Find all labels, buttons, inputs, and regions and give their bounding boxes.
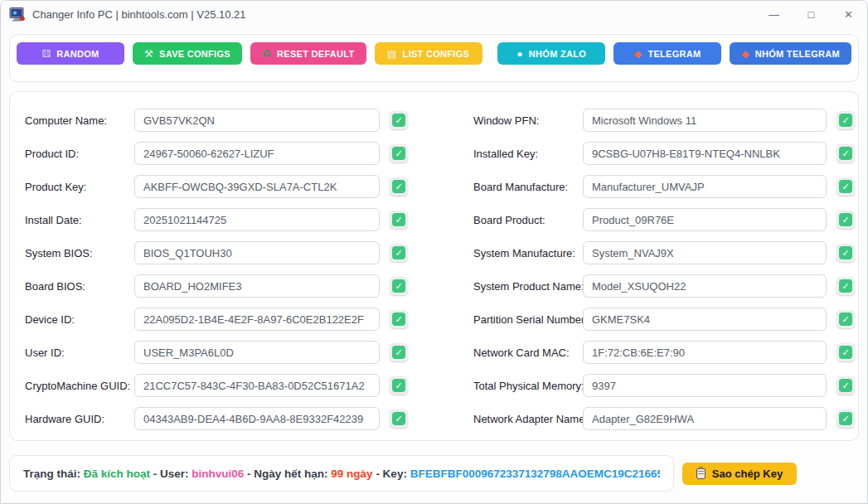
toolbar-button-list-configs[interactable]: ▤LIST CONFIGS	[375, 42, 482, 65]
field-input[interactable]	[583, 109, 827, 132]
field-checkbox[interactable]: ✓	[836, 277, 855, 295]
field-checkbox[interactable]: ✓	[836, 376, 855, 395]
checkmark-icon: ✓	[392, 213, 405, 226]
status-segment: - User:	[150, 468, 192, 480]
field-input[interactable]	[134, 142, 380, 165]
field-input[interactable]	[583, 208, 827, 231]
circle-icon: ●	[516, 49, 523, 59]
status-row: Trạng thái: Đã kích hoạt - User: binhvui…	[9, 455, 859, 492]
checkmark-icon: ✓	[392, 114, 405, 127]
toolbar-button-save-configs[interactable]: ⚒SAVE CONFIGS	[133, 42, 242, 65]
field-row: Board Product:✓	[473, 208, 855, 231]
field-row: System Manufacture:✓	[473, 241, 855, 264]
toolbar: ⚄RANDOM⚒SAVE CONFIGS♻RESET DEFAULT▤LIST …	[9, 34, 859, 82]
field-input[interactable]	[134, 374, 380, 397]
field-input[interactable]	[134, 407, 380, 430]
checkmark-icon: ✓	[839, 246, 852, 259]
field-input[interactable]	[134, 241, 380, 264]
field-checkbox[interactable]: ✓	[390, 111, 408, 129]
field-label: Network Adapter Name:	[473, 413, 583, 425]
status-segment: binhvui06	[192, 468, 244, 480]
field-checkbox[interactable]: ✓	[390, 343, 408, 361]
field-row: System Product Name:✓	[473, 274, 855, 298]
field-label: System Manufacture:	[473, 247, 583, 259]
field-checkbox[interactable]: ✓	[836, 177, 855, 196]
field-checkbox[interactable]: ✓	[836, 244, 855, 262]
field-label: User ID:	[25, 346, 134, 359]
copy-key-button[interactable]: Sao chép Key	[682, 463, 797, 485]
field-checkbox[interactable]: ✓	[836, 144, 855, 162]
notebook-icon: ▤	[387, 49, 397, 59]
field-input[interactable]	[583, 341, 827, 364]
field-row: Board BIOS:✓	[25, 274, 408, 298]
field-row: Computer Name:✓	[25, 109, 408, 132]
field-input[interactable]	[583, 241, 827, 264]
checkmark-icon: ✓	[392, 180, 405, 193]
clipboard-icon	[696, 468, 706, 479]
minimize-button[interactable]: —	[755, 1, 793, 27]
field-label: Window PFN:	[473, 114, 583, 127]
status-text: Trạng thái: Đã kích hoạt - User: binhvui…	[23, 468, 660, 480]
field-input[interactable]	[583, 407, 827, 430]
field-checkbox[interactable]: ✓	[390, 277, 408, 295]
field-label: Product ID:	[25, 148, 134, 160]
checkmark-icon: ✓	[392, 246, 405, 259]
field-checkbox[interactable]: ✓	[390, 244, 408, 262]
field-checkbox[interactable]: ✓	[390, 177, 408, 196]
checkmark-icon: ✓	[839, 114, 852, 127]
field-label: Partition Serial Number:	[473, 313, 583, 326]
status-segment: Trạng thái:	[23, 468, 84, 480]
close-button[interactable]: ✕	[830, 1, 867, 27]
field-input[interactable]	[134, 175, 380, 198]
toolbar-button-telegram[interactable]: ◆TELEGRAM	[613, 42, 721, 65]
field-input[interactable]	[134, 274, 380, 298]
toolbar-button-label: TELEGRAM	[647, 49, 701, 59]
field-checkbox[interactable]: ✓	[836, 211, 855, 229]
field-input[interactable]	[134, 341, 380, 364]
field-checkbox[interactable]: ✓	[390, 376, 408, 395]
field-input[interactable]	[134, 308, 380, 331]
field-input[interactable]	[583, 374, 827, 397]
toolbar-button-reset-default[interactable]: ♻RESET DEFAULT	[250, 42, 366, 65]
form-column-left: Computer Name:✓Product ID:✓Product Key:✓…	[25, 109, 408, 440]
field-row: Product ID:✓	[25, 142, 408, 165]
checkmark-icon: ✓	[839, 346, 852, 359]
status-card: Trạng thái: Đã kích hoạt - User: binhvui…	[9, 455, 674, 492]
toolbar-button-nhom-telegram[interactable]: ◆NHÓM TELEGRAM	[730, 42, 851, 65]
field-input[interactable]	[134, 208, 380, 231]
field-row: Network Card MAC:✓	[473, 341, 855, 364]
toolbar-button-random[interactable]: ⚄RANDOM	[17, 42, 124, 65]
checkmark-icon: ✓	[392, 412, 405, 425]
form-card: Computer Name:✓Product ID:✓Product Key:✓…	[9, 91, 859, 441]
field-input[interactable]	[583, 308, 827, 331]
checkmark-icon: ✓	[392, 313, 405, 326]
field-label: System Product Name:	[473, 280, 583, 293]
titlebar: Changer Info PC | binhtools.com | V25.10…	[1, 1, 867, 27]
window-controls: — □ ✕	[755, 1, 867, 27]
field-checkbox[interactable]: ✓	[836, 111, 855, 129]
toolbar-button-label: SAVE CONFIGS	[159, 49, 230, 59]
field-checkbox[interactable]: ✓	[390, 211, 408, 229]
field-input[interactable]	[583, 175, 827, 198]
field-checkbox[interactable]: ✓	[836, 343, 855, 361]
checkmark-icon: ✓	[839, 147, 852, 160]
dice-icon: ⚄	[41, 49, 51, 59]
field-checkbox[interactable]: ✓	[836, 410, 855, 428]
field-label: Computer Name:	[25, 114, 134, 127]
toolbar-button-nhom-zalo[interactable]: ●NHÓM ZALO	[497, 42, 605, 65]
field-label: Product Key:	[25, 181, 134, 193]
checkmark-icon: ✓	[839, 180, 852, 193]
field-input[interactable]	[134, 109, 380, 132]
field-checkbox[interactable]: ✓	[836, 310, 855, 328]
field-checkbox[interactable]: ✓	[390, 144, 408, 162]
diamond-icon: ◆	[634, 49, 643, 59]
field-checkbox[interactable]: ✓	[390, 310, 408, 328]
field-checkbox[interactable]: ✓	[390, 410, 408, 428]
checkmark-icon: ✓	[392, 279, 405, 293]
field-label: Install Date:	[25, 214, 134, 226]
field-label: Hardware GUID:	[25, 413, 134, 425]
field-input[interactable]	[583, 274, 827, 298]
maximize-button[interactable]: □	[793, 1, 830, 27]
field-label: CryptoMachine GUID:	[25, 380, 134, 392]
field-input[interactable]	[583, 142, 827, 165]
